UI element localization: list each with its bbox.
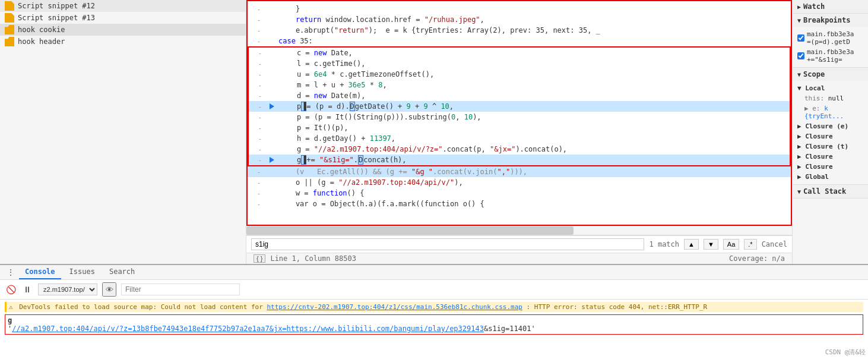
line-content: e.abrupt("return"); e = k {tryEntries: A… — [276, 26, 791, 34]
line-gutter: - — [249, 146, 267, 153]
code-content[interactable]: - } - return window.location.href = "/ru… — [248, 1, 791, 225]
code-line: - u = 6e4 * c.getTimezoneOffset(), — [249, 69, 790, 80]
callstack-header[interactable]: ▼ Call Stack — [793, 185, 868, 198]
code-line-faded: - (v Ec.getAll()) && (g += "&g ".concat(… — [248, 166, 791, 177]
code-line: - h = d.getDay() + 11397, — [249, 133, 790, 144]
line-gutter: - — [248, 16, 265, 24]
scope-closure-e[interactable]: ▶ Closure (e) — [797, 121, 863, 131]
sidebar-item-hook-cookie[interactable]: hook cookie — [0, 24, 246, 36]
console-output: g '//a2.m1907.top:404/api/v/?z=13b8fbe74… — [5, 314, 863, 335]
callstack-section: ▼ Call Stack — [793, 185, 868, 199]
line-content: w = function() { — [276, 189, 791, 197]
code-line: - e.abrupt("return"); e = k {tryEntries:… — [248, 25, 791, 36]
line-content: d = new Date(m), — [277, 92, 790, 100]
breakpoints-section: ▼ Breakpoints main.fbb3e3a=(p=d).getD ma… — [793, 14, 868, 68]
coverage-text: Coverage: n/a — [729, 254, 785, 263]
scope-local-group[interactable]: ▼ Local — [797, 83, 863, 93]
horizontal-scrollbar[interactable] — [246, 226, 792, 235]
scope-e: ▶ e: k {tryEnt... — [804, 103, 863, 121]
pause-button[interactable]: ⏸ — [21, 284, 33, 295]
line-content: o || (g = "//a2.m1907.top:404/api/v/"), — [276, 178, 791, 187]
line-gutter: - — [248, 37, 265, 45]
tab-search[interactable]: Search — [103, 265, 141, 279]
scope-global[interactable]: ▶ Global — [797, 172, 863, 182]
tab-issues-label: Issues — [69, 267, 95, 276]
main-container: Script snippet #12 Script snippet #13 ho… — [0, 0, 868, 359]
line-gutter: - — [248, 5, 265, 13]
code-line: - m = l + u + 36e5 * 8, — [249, 80, 790, 90]
watermark: CSDN @清&轻 — [825, 348, 866, 357]
tab-console[interactable]: Console — [19, 265, 61, 279]
warning-text: DevTools failed to load source map: Coul… — [19, 303, 267, 311]
sidebar-item-snippet-12[interactable]: Script snippet #12 — [0, 0, 246, 12]
breakpoints-header[interactable]: ▼ Breakpoints — [793, 14, 868, 27]
line-content: g▐+= "&s1ig=".Dconcat(h), — [277, 156, 790, 164]
breakpoint-checkbox-1[interactable] — [797, 34, 804, 42]
right-panel: ▶ Watch ▼ Breakpoints main.fbb3e3a=(p=d)… — [792, 0, 868, 264]
chevron-down-icon: ▼ — [797, 17, 801, 24]
code-line: - l = c.getTime(), — [249, 58, 790, 69]
line-gutter: - — [249, 81, 267, 89]
console-area: ⋮ Console Issues Search 🚫 ⏸ z2.m1907.top… — [0, 264, 868, 359]
sidebar-item-label: Script snippet #13 — [18, 14, 95, 22]
breakpoint-text-1: main.fbb3e3a=(p=d).getD — [807, 30, 854, 46]
folder-icon — [5, 37, 14, 46]
search-cancel-button[interactable]: Cancel — [762, 240, 787, 248]
sidebar-item-label: hook header — [18, 37, 65, 46]
line-content: h = d.getDay() + 11397, — [277, 134, 790, 143]
scope-closure-2[interactable]: ▶ Closure — [797, 152, 863, 162]
tab-issues[interactable]: Issues — [64, 265, 101, 279]
warning-link[interactable]: https://cntv-202.m1907.top:404/z1/css/ma… — [267, 303, 522, 311]
clear-console-button[interactable]: 🚫 — [5, 284, 17, 295]
sidebar-item-snippet-13[interactable]: Script snippet #13 — [0, 12, 246, 24]
format-button[interactable]: { } — [254, 254, 265, 263]
code-line: - o || (g = "//a2.m1907.top:404/api/v/")… — [248, 177, 791, 188]
search-input[interactable] — [251, 238, 644, 250]
line-gutter: - — [248, 179, 265, 187]
scope-closure[interactable]: ▶ Closure — [797, 131, 863, 141]
code-line: - p = It()(p), — [249, 122, 790, 133]
code-line-breakpoint-2: - g▐+= "&s1ig=".Dconcat(h), — [249, 155, 790, 165]
watch-header[interactable]: ▶ Watch — [793, 0, 868, 13]
warning-icon: ⚠ — [9, 303, 13, 311]
line-arrow-active — [267, 157, 277, 163]
breakpoint-checkbox-2[interactable] — [797, 52, 804, 59]
scope-header[interactable]: ▼ Scope — [793, 68, 868, 81]
console-toolbar: 🚫 ⏸ z2.m1907.top/ 👁 — [0, 280, 868, 300]
line-gutter: - — [249, 114, 267, 121]
scope-closure-t[interactable]: ▶ Closure (t) — [797, 141, 863, 152]
editor-area: - } - return window.location.href = "/ru… — [246, 0, 792, 264]
code-line: - var o = Object(h.a)(f.a.mark((function… — [248, 199, 791, 209]
breakpoints-label: Breakpoints — [803, 16, 850, 24]
devtools-menu-button[interactable]: ⋮ — [5, 266, 17, 278]
scroll-thumb[interactable] — [246, 226, 574, 235]
sidebar-item-hook-header[interactable]: hook header — [0, 36, 246, 48]
chevron-right-icon: ▶ — [797, 4, 801, 10]
scope-label: Scope — [803, 70, 825, 78]
code-viewer: - } - return window.location.href = "/ru… — [246, 0, 792, 226]
status-bar: { } Line 1, Column 88503 Coverage: n/a — [246, 253, 792, 264]
url-part-2[interactable]: https://www.bilibili.com/bangumi/play/ep… — [287, 325, 484, 333]
search-prev-button[interactable]: ▲ — [684, 239, 699, 250]
source-select[interactable]: z2.m1907.top/ — [38, 284, 97, 295]
tab-search-label: Search — [109, 267, 135, 276]
search-match-case-button[interactable]: Aa — [723, 239, 739, 250]
watch-label: Watch — [803, 2, 825, 11]
line-content: var o = Object(h.a)(f.a.mark((function o… — [276, 200, 791, 208]
line-gutter: - — [249, 156, 267, 164]
scope-local-content: this: null ▶ e: k {tryEnt... — [797, 93, 863, 121]
line-gutter: - — [249, 60, 267, 68]
search-next-button[interactable]: ▼ — [704, 239, 718, 250]
code-line: - return window.location.href = "/ruhua.… — [248, 14, 791, 25]
line-content: g = "//a2.m1907.top:404/api/v/?z=".conca… — [277, 145, 790, 153]
scope-content: ▼ Local this: null ▶ e: k {tryEnt... ▶ C… — [793, 81, 868, 184]
url-part-1[interactable]: //a2.m1907.top:404/api/v/?z=13b8fbe74943… — [12, 325, 286, 333]
line-content: (v Ec.getAll()) && (g += "&g ".concat(v.… — [276, 168, 791, 176]
filter-input[interactable] — [121, 284, 240, 295]
search-bar: 1 match ▲ ▼ Aa .* Cancel — [246, 235, 792, 253]
line-gutter: - — [248, 27, 265, 34]
scope-closure-3[interactable]: ▶ Closure — [797, 162, 863, 172]
line-gutter: - — [248, 200, 265, 208]
search-regex-button[interactable]: .* — [744, 239, 756, 250]
show-live-expressions-button[interactable]: 👁 — [102, 282, 116, 297]
